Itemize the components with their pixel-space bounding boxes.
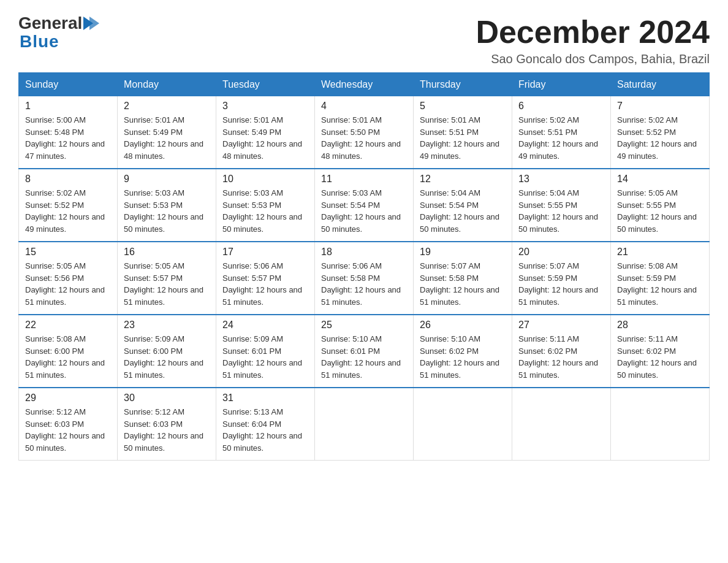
calendar-day-cell: 19 Sunrise: 5:07 AMSunset: 5:58 PMDaylig…	[414, 242, 512, 315]
day-info: Sunrise: 5:01 AMSunset: 5:49 PMDaylight:…	[124, 114, 210, 162]
location-title: Sao Goncalo dos Campos, Bahia, Brazil	[476, 52, 710, 66]
calendar-day-cell: 4 Sunrise: 5:01 AMSunset: 5:50 PMDayligh…	[315, 96, 414, 169]
calendar-day-cell: 24 Sunrise: 5:09 AMSunset: 6:01 PMDaylig…	[216, 315, 315, 388]
day-info: Sunrise: 5:00 AMSunset: 5:48 PMDaylight:…	[25, 114, 111, 162]
calendar-day-cell: 11 Sunrise: 5:03 AMSunset: 5:54 PMDaylig…	[315, 169, 414, 242]
calendar-day-cell: 21 Sunrise: 5:08 AMSunset: 5:59 PMDaylig…	[611, 242, 710, 315]
calendar-day-cell: 2 Sunrise: 5:01 AMSunset: 5:49 PMDayligh…	[118, 96, 216, 169]
month-title: December 2024	[476, 15, 710, 50]
day-info: Sunrise: 5:13 AMSunset: 6:04 PMDaylight:…	[222, 406, 308, 454]
day-number: 17	[222, 247, 308, 258]
calendar-day-cell	[512, 388, 611, 461]
title-area: December 2024 Sao Goncalo dos Campos, Ba…	[476, 15, 710, 66]
day-number: 27	[518, 320, 604, 331]
day-info: Sunrise: 5:02 AMSunset: 5:52 PMDaylight:…	[25, 187, 111, 235]
day-number: 22	[25, 320, 111, 331]
day-info: Sunrise: 5:01 AMSunset: 5:49 PMDaylight:…	[222, 114, 308, 162]
day-number: 15	[25, 247, 111, 258]
header-sunday: Sunday	[19, 73, 118, 96]
day-number: 18	[321, 247, 407, 258]
day-number: 20	[518, 247, 604, 258]
calendar-day-cell: 7 Sunrise: 5:02 AMSunset: 5:52 PMDayligh…	[611, 96, 710, 169]
logo-general-text: General	[18, 15, 82, 32]
day-number: 6	[518, 101, 604, 112]
calendar-day-cell: 26 Sunrise: 5:10 AMSunset: 6:02 PMDaylig…	[414, 315, 512, 388]
day-info: Sunrise: 5:03 AMSunset: 5:54 PMDaylight:…	[321, 187, 407, 235]
day-info: Sunrise: 5:10 AMSunset: 6:01 PMDaylight:…	[321, 333, 407, 381]
header-tuesday: Tuesday	[216, 73, 315, 96]
day-info: Sunrise: 5:02 AMSunset: 5:51 PMDaylight:…	[518, 114, 604, 162]
calendar-day-cell	[315, 388, 414, 461]
logo-area: General Blue	[18, 15, 100, 52]
day-number: 8	[25, 174, 111, 185]
page-container: General Blue December 2024 Sao Goncalo d…	[18, 15, 710, 461]
calendar-day-cell: 28 Sunrise: 5:11 AMSunset: 6:02 PMDaylig…	[611, 315, 710, 388]
calendar-day-cell: 31 Sunrise: 5:13 AMSunset: 6:04 PMDaylig…	[216, 388, 315, 461]
day-number: 28	[617, 320, 703, 331]
day-number: 2	[124, 101, 210, 112]
header-thursday: Thursday	[414, 73, 512, 96]
calendar-day-cell: 30 Sunrise: 5:12 AMSunset: 6:03 PMDaylig…	[118, 388, 216, 461]
logo-blue-label: Blue	[20, 32, 59, 52]
day-info: Sunrise: 5:11 AMSunset: 6:02 PMDaylight:…	[518, 333, 604, 381]
day-info: Sunrise: 5:05 AMSunset: 5:57 PMDaylight:…	[124, 260, 210, 308]
day-number: 1	[25, 101, 111, 112]
day-info: Sunrise: 5:09 AMSunset: 6:00 PMDaylight:…	[124, 333, 210, 381]
calendar-day-cell: 15 Sunrise: 5:05 AMSunset: 5:56 PMDaylig…	[19, 242, 118, 315]
day-number: 7	[617, 101, 703, 112]
day-number: 9	[124, 174, 210, 185]
calendar-day-cell: 14 Sunrise: 5:05 AMSunset: 5:55 PMDaylig…	[611, 169, 710, 242]
header: General Blue December 2024 Sao Goncalo d…	[18, 15, 710, 66]
day-info: Sunrise: 5:05 AMSunset: 5:56 PMDaylight:…	[25, 260, 111, 308]
day-number: 13	[518, 174, 604, 185]
day-number: 31	[222, 393, 308, 404]
day-number: 23	[124, 320, 210, 331]
logo-blue-text: Blue	[18, 32, 59, 52]
logo-arrow-icon	[83, 17, 100, 30]
day-number: 5	[420, 101, 506, 112]
day-info: Sunrise: 5:03 AMSunset: 5:53 PMDaylight:…	[124, 187, 210, 235]
day-info: Sunrise: 5:12 AMSunset: 6:03 PMDaylight:…	[124, 406, 210, 454]
day-info: Sunrise: 5:06 AMSunset: 5:58 PMDaylight:…	[321, 260, 407, 308]
days-of-week-row: Sunday Monday Tuesday Wednesday Thursday…	[19, 73, 710, 96]
calendar-week-row: 15 Sunrise: 5:05 AMSunset: 5:56 PMDaylig…	[19, 242, 710, 315]
calendar-day-cell	[414, 388, 512, 461]
day-number: 19	[420, 247, 506, 258]
day-info: Sunrise: 5:05 AMSunset: 5:55 PMDaylight:…	[617, 187, 703, 235]
header-friday: Friday	[512, 73, 611, 96]
day-info: Sunrise: 5:12 AMSunset: 6:03 PMDaylight:…	[25, 406, 111, 454]
calendar-day-cell: 18 Sunrise: 5:06 AMSunset: 5:58 PMDaylig…	[315, 242, 414, 315]
calendar-day-cell: 25 Sunrise: 5:10 AMSunset: 6:01 PMDaylig…	[315, 315, 414, 388]
day-number: 26	[420, 320, 506, 331]
day-number: 10	[222, 174, 308, 185]
day-number: 25	[321, 320, 407, 331]
calendar-day-cell: 13 Sunrise: 5:04 AMSunset: 5:55 PMDaylig…	[512, 169, 611, 242]
svg-marker-1	[89, 17, 99, 30]
calendar-day-cell	[611, 388, 710, 461]
logo: General	[18, 15, 100, 32]
calendar-day-cell: 5 Sunrise: 5:01 AMSunset: 5:51 PMDayligh…	[414, 96, 512, 169]
day-number: 16	[124, 247, 210, 258]
calendar-day-cell: 3 Sunrise: 5:01 AMSunset: 5:49 PMDayligh…	[216, 96, 315, 169]
day-info: Sunrise: 5:06 AMSunset: 5:57 PMDaylight:…	[222, 260, 308, 308]
calendar-table: Sunday Monday Tuesday Wednesday Thursday…	[18, 72, 710, 461]
calendar-day-cell: 6 Sunrise: 5:02 AMSunset: 5:51 PMDayligh…	[512, 96, 611, 169]
day-info: Sunrise: 5:09 AMSunset: 6:01 PMDaylight:…	[222, 333, 308, 381]
calendar-day-cell: 17 Sunrise: 5:06 AMSunset: 5:57 PMDaylig…	[216, 242, 315, 315]
calendar-week-row: 29 Sunrise: 5:12 AMSunset: 6:03 PMDaylig…	[19, 388, 710, 461]
header-monday: Monday	[118, 73, 216, 96]
calendar-day-cell: 20 Sunrise: 5:07 AMSunset: 5:59 PMDaylig…	[512, 242, 611, 315]
day-info: Sunrise: 5:08 AMSunset: 5:59 PMDaylight:…	[617, 260, 703, 308]
calendar-day-cell: 16 Sunrise: 5:05 AMSunset: 5:57 PMDaylig…	[118, 242, 216, 315]
day-info: Sunrise: 5:11 AMSunset: 6:02 PMDaylight:…	[617, 333, 703, 381]
day-info: Sunrise: 5:01 AMSunset: 5:51 PMDaylight:…	[420, 114, 506, 162]
day-number: 12	[420, 174, 506, 185]
calendar-day-cell: 10 Sunrise: 5:03 AMSunset: 5:53 PMDaylig…	[216, 169, 315, 242]
day-number: 4	[321, 101, 407, 112]
calendar-day-cell: 27 Sunrise: 5:11 AMSunset: 6:02 PMDaylig…	[512, 315, 611, 388]
day-info: Sunrise: 5:07 AMSunset: 5:59 PMDaylight:…	[518, 260, 604, 308]
day-number: 24	[222, 320, 308, 331]
header-wednesday: Wednesday	[315, 73, 414, 96]
calendar-day-cell: 9 Sunrise: 5:03 AMSunset: 5:53 PMDayligh…	[118, 169, 216, 242]
calendar-day-cell: 23 Sunrise: 5:09 AMSunset: 6:00 PMDaylig…	[118, 315, 216, 388]
